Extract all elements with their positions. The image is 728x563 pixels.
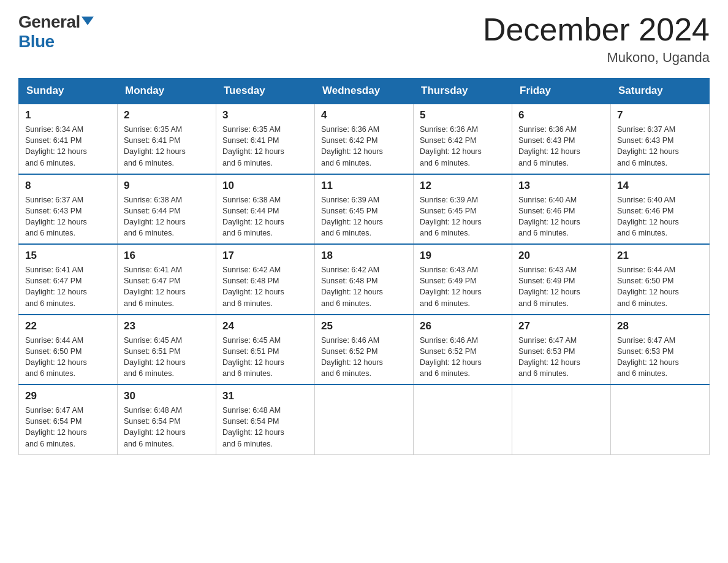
header-thursday: Thursday bbox=[414, 79, 512, 104]
day-info: Sunrise: 6:41 AMSunset: 6:47 PMDaylight:… bbox=[25, 266, 87, 307]
day-info: Sunrise: 6:44 AMSunset: 6:50 PMDaylight:… bbox=[25, 336, 87, 378]
calendar-cell: 4 Sunrise: 6:36 AMSunset: 6:42 PMDayligh… bbox=[315, 104, 414, 174]
logo-blue-text: Blue bbox=[18, 32, 55, 51]
day-number: 17 bbox=[222, 250, 308, 262]
calendar-cell: 13 Sunrise: 6:40 AMSunset: 6:46 PMDaylig… bbox=[512, 174, 611, 245]
calendar-cell: 15 Sunrise: 6:41 AMSunset: 6:47 PMDaylig… bbox=[19, 244, 118, 315]
day-info: Sunrise: 6:44 AMSunset: 6:50 PMDaylight:… bbox=[617, 266, 679, 307]
day-number: 28 bbox=[617, 320, 703, 332]
day-number: 3 bbox=[222, 109, 308, 121]
day-info: Sunrise: 6:47 AMSunset: 6:53 PMDaylight:… bbox=[617, 336, 679, 378]
calendar-cell: 29 Sunrise: 6:47 AMSunset: 6:54 PMDaylig… bbox=[19, 385, 118, 454]
day-number: 23 bbox=[124, 320, 210, 332]
day-number: 12 bbox=[420, 180, 506, 192]
day-info: Sunrise: 6:36 AMSunset: 6:42 PMDaylight:… bbox=[321, 125, 383, 167]
header-tuesday: Tuesday bbox=[216, 79, 315, 104]
calendar-cell bbox=[414, 385, 512, 454]
day-number: 26 bbox=[420, 320, 506, 332]
calendar-cell: 3 Sunrise: 6:35 AMSunset: 6:41 PMDayligh… bbox=[216, 104, 315, 174]
day-info: Sunrise: 6:43 AMSunset: 6:49 PMDaylight:… bbox=[518, 266, 580, 307]
calendar-cell: 31 Sunrise: 6:48 AMSunset: 6:54 PMDaylig… bbox=[216, 385, 315, 454]
calendar-cell bbox=[512, 385, 611, 454]
day-number: 9 bbox=[124, 180, 210, 192]
day-number: 8 bbox=[25, 180, 111, 192]
day-number: 29 bbox=[25, 390, 111, 402]
header-monday: Monday bbox=[118, 79, 216, 104]
header-sunday: Sunday bbox=[19, 79, 118, 104]
day-info: Sunrise: 6:40 AMSunset: 6:46 PMDaylight:… bbox=[518, 196, 580, 237]
header-wednesday: Wednesday bbox=[315, 79, 414, 104]
day-info: Sunrise: 6:48 AMSunset: 6:54 PMDaylight:… bbox=[124, 406, 186, 448]
calendar-cell: 24 Sunrise: 6:45 AMSunset: 6:51 PMDaylig… bbox=[216, 315, 315, 385]
day-info: Sunrise: 6:43 AMSunset: 6:49 PMDaylight:… bbox=[420, 266, 482, 307]
calendar-cell: 25 Sunrise: 6:46 AMSunset: 6:52 PMDaylig… bbox=[315, 315, 414, 385]
calendar-table: Sunday Monday Tuesday Wednesday Thursday… bbox=[18, 78, 710, 455]
day-number: 7 bbox=[617, 109, 703, 121]
day-number: 11 bbox=[321, 180, 407, 192]
day-info: Sunrise: 6:41 AMSunset: 6:47 PMDaylight:… bbox=[124, 266, 186, 307]
week-row-1: 1 Sunrise: 6:34 AMSunset: 6:41 PMDayligh… bbox=[19, 104, 710, 174]
calendar-cell: 26 Sunrise: 6:46 AMSunset: 6:52 PMDaylig… bbox=[414, 315, 512, 385]
week-row-5: 29 Sunrise: 6:47 AMSunset: 6:54 PMDaylig… bbox=[19, 385, 710, 454]
calendar-cell: 1 Sunrise: 6:34 AMSunset: 6:41 PMDayligh… bbox=[19, 104, 118, 174]
day-number: 19 bbox=[420, 250, 506, 262]
day-number: 25 bbox=[321, 320, 407, 332]
week-row-2: 8 Sunrise: 6:37 AMSunset: 6:43 PMDayligh… bbox=[19, 174, 710, 245]
calendar-cell: 28 Sunrise: 6:47 AMSunset: 6:53 PMDaylig… bbox=[611, 315, 710, 385]
day-info: Sunrise: 6:38 AMSunset: 6:44 PMDaylight:… bbox=[222, 196, 284, 237]
location-label: Mukono, Uganda bbox=[483, 50, 710, 66]
day-info: Sunrise: 6:35 AMSunset: 6:41 PMDaylight:… bbox=[222, 125, 284, 167]
day-info: Sunrise: 6:46 AMSunset: 6:52 PMDaylight:… bbox=[420, 336, 482, 378]
day-info: Sunrise: 6:35 AMSunset: 6:41 PMDaylight:… bbox=[124, 125, 186, 167]
page-header: General Blue December 2024 Mukono, Ugand… bbox=[18, 12, 710, 66]
calendar-cell: 17 Sunrise: 6:42 AMSunset: 6:48 PMDaylig… bbox=[216, 244, 315, 315]
calendar-cell: 27 Sunrise: 6:47 AMSunset: 6:53 PMDaylig… bbox=[512, 315, 611, 385]
day-number: 13 bbox=[518, 180, 604, 192]
day-number: 1 bbox=[25, 109, 111, 121]
header-saturday: Saturday bbox=[611, 79, 710, 104]
day-number: 5 bbox=[420, 109, 506, 121]
calendar-cell: 6 Sunrise: 6:36 AMSunset: 6:43 PMDayligh… bbox=[512, 104, 611, 174]
day-info: Sunrise: 6:36 AMSunset: 6:43 PMDaylight:… bbox=[518, 125, 580, 167]
calendar-cell: 8 Sunrise: 6:37 AMSunset: 6:43 PMDayligh… bbox=[19, 174, 118, 245]
day-info: Sunrise: 6:45 AMSunset: 6:51 PMDaylight:… bbox=[124, 336, 186, 378]
day-info: Sunrise: 6:37 AMSunset: 6:43 PMDaylight:… bbox=[25, 196, 87, 237]
day-number: 27 bbox=[518, 320, 604, 332]
day-info: Sunrise: 6:42 AMSunset: 6:48 PMDaylight:… bbox=[321, 266, 383, 307]
calendar-cell: 14 Sunrise: 6:40 AMSunset: 6:46 PMDaylig… bbox=[611, 174, 710, 245]
calendar-cell: 11 Sunrise: 6:39 AMSunset: 6:45 PMDaylig… bbox=[315, 174, 414, 245]
day-info: Sunrise: 6:48 AMSunset: 6:54 PMDaylight:… bbox=[222, 406, 284, 448]
day-info: Sunrise: 6:34 AMSunset: 6:41 PMDaylight:… bbox=[25, 125, 87, 167]
header-friday: Friday bbox=[512, 79, 611, 104]
calendar-cell: 22 Sunrise: 6:44 AMSunset: 6:50 PMDaylig… bbox=[19, 315, 118, 385]
month-title: December 2024 bbox=[483, 12, 710, 47]
calendar-cell: 9 Sunrise: 6:38 AMSunset: 6:44 PMDayligh… bbox=[118, 174, 216, 245]
day-info: Sunrise: 6:39 AMSunset: 6:45 PMDaylight:… bbox=[420, 196, 482, 237]
calendar-cell bbox=[611, 385, 710, 454]
calendar-cell: 16 Sunrise: 6:41 AMSunset: 6:47 PMDaylig… bbox=[118, 244, 216, 315]
calendar-cell: 10 Sunrise: 6:38 AMSunset: 6:44 PMDaylig… bbox=[216, 174, 315, 245]
day-number: 4 bbox=[321, 109, 407, 121]
day-number: 20 bbox=[518, 250, 604, 262]
day-info: Sunrise: 6:36 AMSunset: 6:42 PMDaylight:… bbox=[420, 125, 482, 167]
day-info: Sunrise: 6:39 AMSunset: 6:45 PMDaylight:… bbox=[321, 196, 383, 237]
day-number: 24 bbox=[222, 320, 308, 332]
day-info: Sunrise: 6:47 AMSunset: 6:54 PMDaylight:… bbox=[25, 406, 87, 448]
calendar-header-row: Sunday Monday Tuesday Wednesday Thursday… bbox=[19, 79, 710, 104]
calendar-cell: 21 Sunrise: 6:44 AMSunset: 6:50 PMDaylig… bbox=[611, 244, 710, 315]
calendar-cell: 23 Sunrise: 6:45 AMSunset: 6:51 PMDaylig… bbox=[118, 315, 216, 385]
day-info: Sunrise: 6:37 AMSunset: 6:43 PMDaylight:… bbox=[617, 125, 679, 167]
calendar-cell bbox=[315, 385, 414, 454]
title-block: December 2024 Mukono, Uganda bbox=[483, 12, 710, 66]
day-number: 2 bbox=[124, 109, 210, 121]
logo: General Blue bbox=[18, 12, 94, 52]
day-info: Sunrise: 6:45 AMSunset: 6:51 PMDaylight:… bbox=[222, 336, 284, 378]
logo-general-text: General bbox=[18, 12, 80, 32]
day-number: 18 bbox=[321, 250, 407, 262]
calendar-cell: 2 Sunrise: 6:35 AMSunset: 6:41 PMDayligh… bbox=[118, 104, 216, 174]
day-number: 6 bbox=[518, 109, 604, 121]
day-info: Sunrise: 6:46 AMSunset: 6:52 PMDaylight:… bbox=[321, 336, 383, 378]
calendar-cell: 19 Sunrise: 6:43 AMSunset: 6:49 PMDaylig… bbox=[414, 244, 512, 315]
day-number: 14 bbox=[617, 180, 703, 192]
week-row-3: 15 Sunrise: 6:41 AMSunset: 6:47 PMDaylig… bbox=[19, 244, 710, 315]
